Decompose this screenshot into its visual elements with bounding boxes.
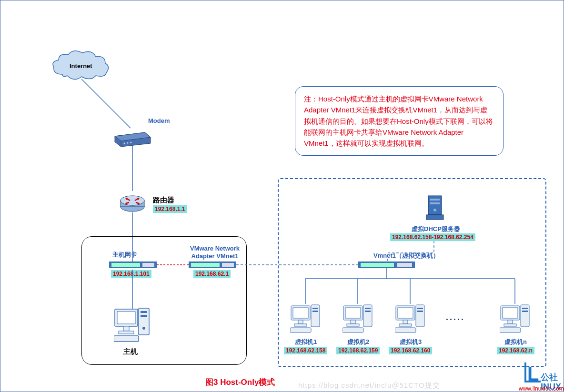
svg-point-31 — [433, 209, 436, 211]
svg-rect-66 — [522, 308, 528, 309]
svg-rect-22 — [117, 312, 135, 324]
svg-rect-25 — [114, 336, 139, 342]
vmnet1-label-line2: Adapter VMnet1 — [191, 252, 239, 260]
svg-rect-61 — [398, 308, 413, 318]
svg-rect-11 — [142, 263, 154, 267]
svg-rect-34 — [397, 263, 412, 267]
dhcp-server-icon — [424, 195, 446, 223]
svg-rect-62 — [403, 320, 408, 324]
vm1-icon — [290, 302, 323, 335]
svg-rect-29 — [430, 199, 440, 201]
svg-rect-46 — [298, 320, 303, 324]
svg-point-1 — [124, 143, 125, 144]
line-modem-router — [131, 146, 133, 191]
svg-rect-53 — [345, 308, 361, 318]
router-icon — [120, 190, 146, 214]
svg-rect-56 — [342, 328, 363, 332]
switch-label: Vmnet1（虚拟交换机） — [373, 251, 439, 260]
svg-rect-42 — [312, 308, 318, 309]
svg-rect-33 — [361, 263, 394, 267]
svg-rect-69 — [503, 308, 518, 318]
linuxidc-url: www.linuxidc.com — [519, 385, 564, 392]
watermark-url: https://blog.csdn.net/inclu@51CTO提交 — [298, 381, 440, 390]
svg-rect-10 — [111, 263, 140, 267]
host-nic-label: 主机网卡 — [112, 251, 137, 259]
note-box: 注：Host-Only模式通过主机的虚拟网卡VMware Network Ada… — [295, 86, 504, 156]
vm-ellipsis: ····· — [446, 315, 465, 325]
svg-rect-55 — [347, 324, 359, 326]
svg-point-2 — [127, 142, 129, 144]
logo-cn: 公社 — [541, 372, 558, 382]
svg-rect-48 — [290, 328, 311, 332]
vmn-ip: 192.168.62.n — [497, 347, 534, 354]
svg-rect-71 — [504, 324, 516, 326]
svg-point-20 — [142, 327, 145, 330]
svg-rect-18 — [141, 311, 147, 313]
vm3-ip: 192.168.62.160 — [389, 347, 432, 354]
line-cloud-modem — [81, 79, 139, 131]
modem-label: Modem — [148, 117, 170, 124]
line-adapter-switch — [236, 264, 359, 266]
svg-rect-28 — [426, 215, 443, 220]
svg-rect-63 — [399, 324, 412, 326]
svg-rect-30 — [430, 202, 440, 204]
svg-rect-14 — [222, 263, 234, 267]
host-pc-icon — [114, 304, 153, 343]
svg-rect-54 — [351, 320, 355, 324]
svg-rect-72 — [500, 328, 521, 332]
svg-rect-70 — [508, 320, 513, 324]
diagram-canvas: Internet Modem 路由器 192.168.1.1 主机网卡 19 — [0, 0, 564, 392]
svg-rect-51 — [365, 311, 371, 312]
host-nic-icon — [109, 261, 157, 269]
dhcp-range: 192.168.62.158-192.168.62.254 — [390, 233, 475, 241]
svg-rect-59 — [417, 311, 423, 312]
lines-switch-vms — [291, 268, 529, 306]
svg-rect-23 — [123, 326, 129, 331]
vmn-icon — [500, 302, 533, 335]
vm3-name: 虚拟机3 — [400, 338, 422, 346]
vm3-icon — [395, 302, 428, 335]
vm2-name: 虚拟机2 — [347, 338, 369, 346]
vmnet1-label-line1: VMware Network — [190, 245, 240, 252]
line-hostnic-vmnet1 — [157, 264, 189, 266]
svg-rect-58 — [417, 308, 423, 309]
vmn-name: 虚拟机n — [504, 338, 527, 346]
svg-rect-19 — [141, 315, 147, 317]
cloud-label: Internet — [70, 62, 92, 70]
vmnet1-adapter-label: VMware Network Adapter VMnet1 — [186, 245, 243, 260]
vmnet1-adapter-icon — [189, 261, 236, 269]
svg-rect-24 — [119, 331, 134, 334]
svg-rect-64 — [395, 328, 416, 332]
host-label: 主机 — [123, 347, 138, 356]
svg-rect-43 — [312, 311, 318, 312]
dhcp-label: 虚拟DHCP服务器 — [412, 225, 460, 233]
router-label: 路由器 — [153, 196, 174, 205]
vm2-icon — [342, 302, 376, 335]
router-ip: 192.168.1.1 — [153, 205, 187, 213]
caption: 图3 Host-Only模式 — [205, 377, 275, 388]
svg-line-0 — [81, 79, 131, 128]
svg-rect-50 — [365, 308, 371, 309]
vmnet1-adapter-ip: 192.168.62.1 — [193, 270, 231, 278]
svg-rect-67 — [522, 311, 528, 312]
vm1-ip: 192.168.62.158 — [284, 347, 327, 354]
svg-point-7 — [121, 196, 144, 205]
modem-icon — [112, 127, 153, 148]
note-text: 注：Host-Only模式通过主机的虚拟网卡VMware Network Ada… — [304, 95, 493, 147]
svg-point-3 — [131, 142, 132, 143]
svg-rect-13 — [191, 263, 220, 267]
svg-rect-47 — [294, 324, 307, 326]
svg-rect-45 — [293, 308, 308, 318]
vm2-ip: 192.168.62.159 — [336, 347, 380, 354]
vm1-name: 虚拟机1 — [295, 338, 317, 346]
